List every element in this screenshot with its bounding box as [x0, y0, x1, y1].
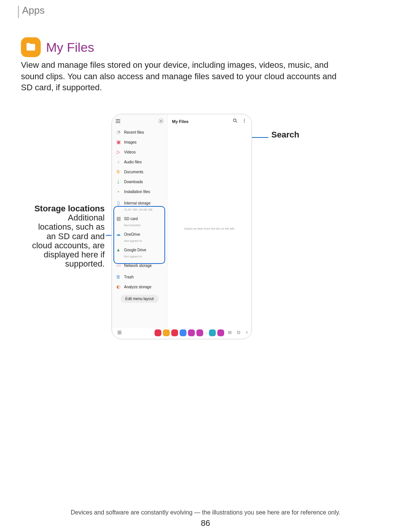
my-files-app-icon: [21, 37, 41, 57]
svg-point-0: [160, 120, 162, 122]
sidebar-item-label: Analyze storage: [124, 285, 151, 289]
svg-point-7: [121, 331, 121, 332]
sidebar-item-icon: ▯: [116, 200, 121, 206]
taskbar-app-icon[interactable]: [155, 329, 161, 336]
sidebar-item[interactable]: ◐Analyze storage: [112, 282, 167, 292]
sidebar-item-icon: ☁: [116, 232, 121, 237]
sidebar-item-label: Downloads: [124, 180, 143, 184]
apps-grid-icon[interactable]: [117, 329, 122, 336]
settings-icon[interactable]: [158, 118, 164, 125]
edit-menu-layout-button[interactable]: Edit menu layout: [121, 295, 159, 303]
sidebar-item-label: Google Drive: [124, 248, 146, 252]
sidebar-item[interactable]: ◔Recent files: [112, 127, 167, 137]
sidebar-item-icon: ▷: [116, 149, 121, 155]
sidebar-item[interactable]: ▲Google DriveNot signed in: [112, 245, 167, 260]
sidebar-item-label: OneDrive: [124, 232, 140, 236]
sidebar-item-label: Videos: [124, 150, 135, 154]
sidebar-item-label: SD card: [124, 217, 138, 221]
svg-point-1: [233, 119, 236, 121]
sidebar-item-icon: ▣: [116, 139, 121, 145]
sidebar-item[interactable]: ▣Images: [112, 137, 167, 147]
svg-point-11: [118, 334, 119, 334]
sidebar-item[interactable]: ☁OneDriveNot signed in: [112, 229, 167, 245]
sidebar-item-icon: 🗑: [116, 274, 121, 280]
svg-point-6: [119, 331, 120, 332]
svg-point-14: [237, 331, 240, 334]
breadcrumb: Apps: [22, 5, 45, 16]
home-icon[interactable]: [236, 329, 241, 336]
svg-point-10: [121, 332, 121, 333]
sidebar-item[interactable]: ▪Installation files: [112, 187, 167, 197]
sidebar: ◔Recent files▣Images▷Videos♪Audio files🗎…: [112, 114, 167, 328]
svg-point-13: [121, 334, 121, 334]
content-pane: My Files Select an item from the list on…: [167, 114, 252, 328]
callout-storage: Storage locations Additional locations, …: [30, 204, 105, 268]
search-icon[interactable]: [233, 118, 238, 125]
sidebar-item-label: Installation files: [124, 190, 150, 194]
content-title: My Files: [172, 119, 188, 124]
sidebar-item-icon: ▪: [116, 189, 121, 194]
svg-point-3: [244, 120, 245, 121]
sidebar-item-icon: ◔: [116, 129, 121, 135]
taskbar-app-icon[interactable]: [196, 329, 203, 336]
intro-paragraph: View and manage files stored on your dev…: [21, 59, 341, 93]
svg-point-2: [244, 119, 245, 120]
callout-storage-title: Storage locations: [34, 204, 105, 213]
sidebar-item-icon: 🗎: [116, 169, 121, 174]
taskbar-separator: |: [206, 331, 207, 335]
sidebar-item-label: Documents: [124, 170, 143, 174]
callout-storage-body: Additional locations, such as an SD card…: [32, 213, 105, 268]
taskbar-app-icon[interactable]: [217, 329, 224, 336]
sidebar-item-sub: 21.67 GB / 64.00 GB: [116, 208, 163, 211]
footer-note: Devices and software are constantly evol…: [0, 509, 411, 516]
taskbar-app-icon[interactable]: [188, 329, 195, 336]
sidebar-item[interactable]: ▯Internal storage21.67 GB / 64.00 GB: [112, 198, 167, 214]
taskbar-app-icon[interactable]: [180, 329, 186, 336]
back-icon[interactable]: [245, 329, 249, 336]
sidebar-item-sub: Not signed in: [116, 239, 163, 243]
sidebar-item[interactable]: 🗑Trash: [112, 272, 167, 282]
svg-point-5: [118, 331, 119, 332]
sidebar-item-label: Network storage: [124, 264, 152, 268]
sidebar-item[interactable]: 🗎Documents: [112, 167, 167, 177]
page-number: 86: [0, 518, 411, 528]
sidebar-item[interactable]: ⭳Downloads: [112, 177, 167, 187]
svg-point-4: [244, 122, 245, 123]
sidebar-item-sub: Not signed in: [116, 255, 163, 258]
sidebar-item-label: Audio files: [124, 160, 142, 164]
hamburger-icon[interactable]: [115, 118, 121, 125]
sidebar-item-sub: Not inserted: [116, 224, 163, 227]
taskbar-app-icon[interactable]: [163, 329, 170, 336]
header-rule: [18, 6, 19, 18]
sidebar-item-icon: ▲: [116, 247, 121, 252]
sidebar-item-label: Recent files: [124, 130, 144, 134]
content-hint: Select an item from the list on the left…: [167, 129, 252, 328]
sidebar-item[interactable]: ▷Videos: [112, 147, 167, 157]
sidebar-item[interactable]: ▭Network storage: [112, 260, 167, 270]
sidebar-item-label: Internal storage: [124, 201, 151, 205]
taskbar: |: [112, 328, 252, 339]
sidebar-item-icon: ▭: [116, 263, 121, 268]
taskbar-app-icon[interactable]: [209, 329, 216, 336]
taskbar-app-icon[interactable]: [171, 329, 178, 336]
sidebar-item-label: Images: [124, 140, 137, 144]
sidebar-item-label: Trash: [124, 275, 134, 279]
svg-point-12: [119, 334, 120, 334]
sidebar-item-icon: ▤: [116, 216, 121, 221]
svg-point-9: [119, 332, 120, 333]
more-icon[interactable]: [242, 118, 247, 125]
sidebar-item-icon: ♪: [116, 159, 121, 165]
device-mockup: ◔Recent files▣Images▷Videos♪Audio files🗎…: [112, 114, 252, 339]
section-title: My Files: [46, 40, 94, 55]
sidebar-item[interactable]: ▤SD cardNot inserted: [112, 214, 167, 229]
sidebar-item-icon: ◐: [116, 284, 121, 289]
callout-search-label: Search: [271, 130, 299, 140]
sidebar-item-icon: ⭳: [116, 179, 121, 184]
sidebar-item[interactable]: ♪Audio files: [112, 157, 167, 167]
recent-icon[interactable]: [228, 329, 233, 336]
section-header: My Files: [21, 37, 94, 57]
svg-point-8: [118, 332, 119, 333]
